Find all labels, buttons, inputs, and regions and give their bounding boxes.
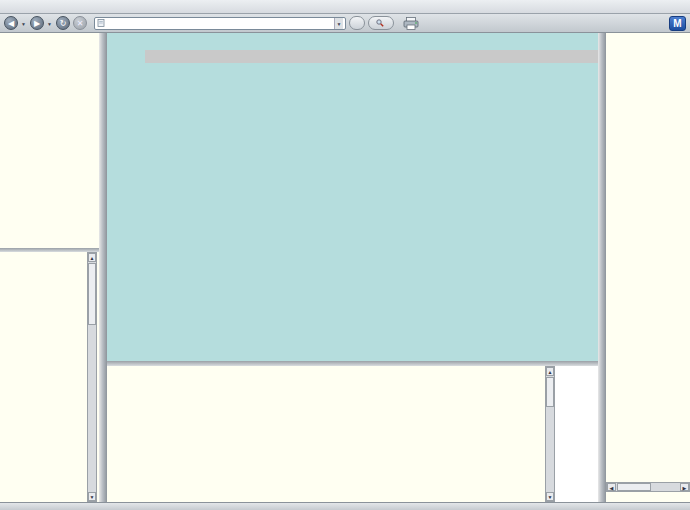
browser-window: ◀ ▼ ▶ ▼ ↻ ✕ ▼ M xyxy=(0,0,690,510)
printer-icon[interactable] xyxy=(403,17,419,30)
forward-button[interactable]: ▶ xyxy=(30,16,44,30)
scroll-right-icon[interactable]: ▶ xyxy=(680,483,689,491)
go-button[interactable] xyxy=(349,16,365,30)
reload-button[interactable]: ↻ xyxy=(56,16,70,30)
url-bar[interactable]: ▼ xyxy=(94,17,346,30)
back-button[interactable]: ◀ xyxy=(4,16,18,30)
forward-dropdown-icon[interactable]: ▼ xyxy=(47,16,53,30)
main-frame: ▲ ▼ xyxy=(107,33,598,502)
scroll-up-icon[interactable]: ▲ xyxy=(88,253,96,262)
status-bar xyxy=(0,502,690,510)
line-table-frame: ▲ ▼ xyxy=(107,366,598,502)
scroll-up-icon[interactable]: ▲ xyxy=(546,367,554,376)
scrollbar-thumb[interactable] xyxy=(546,377,554,407)
menu-bar xyxy=(0,0,690,14)
plot-navigation xyxy=(107,348,598,360)
scrollbar-thumb[interactable] xyxy=(617,483,651,491)
frame-divider-left[interactable] xyxy=(99,33,107,502)
line-parameter-table xyxy=(107,366,555,502)
mozilla-logo[interactable]: M xyxy=(669,16,686,31)
frame-divider-right[interactable] xyxy=(598,33,606,502)
magnifier-icon xyxy=(376,19,384,27)
stop-button[interactable]: ✕ xyxy=(73,16,87,30)
atomic-panel-hscrollbar[interactable]: ◀ ▶ xyxy=(606,482,690,492)
navigation-toolbar: ◀ ▼ ▶ ▼ ↻ ✕ ▼ M xyxy=(0,14,690,33)
url-history-dropdown-icon[interactable]: ▼ xyxy=(334,18,343,29)
sidebar: ▲ ▼ xyxy=(0,33,99,502)
search-button[interactable] xyxy=(368,16,394,30)
atomic-lines-panel: ◀ ▶ xyxy=(606,33,690,502)
spectrum-chart[interactable] xyxy=(112,60,594,345)
scrollbar-thumb[interactable] xyxy=(88,263,96,325)
scroll-down-icon[interactable]: ▼ xyxy=(88,492,96,501)
scroll-down-icon[interactable]: ▼ xyxy=(546,492,554,501)
scroll-left-icon[interactable]: ◀ xyxy=(607,483,616,491)
back-dropdown-icon[interactable]: ▼ xyxy=(21,16,27,30)
wavelength-range-list xyxy=(0,252,99,502)
page-icon xyxy=(97,19,105,27)
page-content: ▲ ▼ xyxy=(0,33,690,502)
sidebar-navigation xyxy=(0,33,99,248)
sidebar-scrollbar[interactable]: ▲ ▼ xyxy=(87,252,97,502)
table-scrollbar[interactable]: ▲ ▼ xyxy=(545,366,555,502)
spectrum-plot-frame xyxy=(107,33,598,361)
